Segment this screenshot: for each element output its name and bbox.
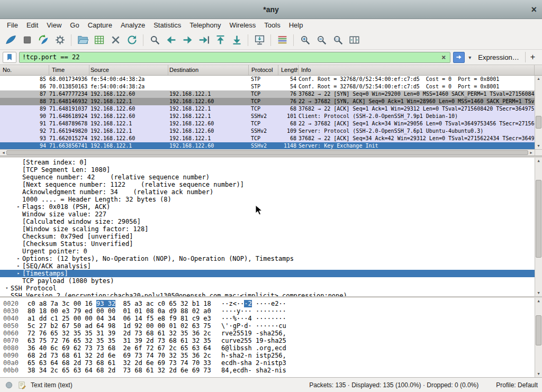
detail-line[interactable]: Urgent pointer: 0: [0, 248, 535, 255]
expand-arrow-icon[interactable]: ▸: [15, 262, 22, 270]
menu-edit[interactable]: Edit: [23, 20, 42, 30]
go-first-icon[interactable]: [213, 33, 228, 48]
scroll-thumb[interactable]: [536, 116, 541, 129]
menu-telephony[interactable]: Telephony: [186, 20, 224, 30]
column-header-time[interactable]: Time: [49, 65, 89, 75]
open-file-icon[interactable]: [75, 33, 90, 48]
menu-capture[interactable]: Capture: [84, 20, 116, 30]
filter-clear-icon[interactable]: ×: [440, 53, 447, 61]
packet-row[interactable]: 8971.648191037192.168.122.60192.168.122.…: [0, 105, 535, 113]
detail-line[interactable]: ▸[Timestamps]: [0, 270, 535, 277]
hex-row[interactable]: 0020c0 a8 7a 3c 00 16 93 32 85 a3 ac c0 …: [3, 300, 535, 307]
packet-row[interactable]: 8670.013850163fe:54:00:d4:38:2aSTP54Conf…: [0, 83, 535, 90]
column-header-no[interactable]: No.: [0, 65, 49, 75]
packet-row[interactable]: 9271.661949820192.168.122.1192.168.122.6…: [0, 127, 535, 135]
packet-row[interactable]: 9171.648789678192.168.122.1192.168.122.6…: [0, 120, 535, 127]
packet-row[interactable]: 8871.648146932192.168.122.1192.168.122.6…: [0, 98, 535, 105]
column-header-length[interactable]: Length: [278, 65, 299, 75]
reload-icon[interactable]: [124, 33, 139, 48]
packet-row[interactable]: 8771.647777234192.168.122.60192.168.122.…: [0, 90, 535, 98]
filter-bookmark-icon[interactable]: [3, 52, 16, 63]
scroll-right-icon[interactable]: ►: [529, 150, 533, 156]
menu-statistics[interactable]: Statistics: [150, 20, 185, 30]
scroll-up-icon[interactable]: ▲: [535, 76, 542, 81]
stop-capture-icon[interactable]: [20, 33, 34, 48]
hex-row[interactable]: 0040a1 dd c1 25 00 00 04 34 06 14 f5 e8 …: [3, 315, 535, 322]
menu-tools[interactable]: Tools: [260, 20, 284, 30]
filter-dropdown-caret-icon[interactable]: ▾: [467, 54, 472, 60]
detail-line[interactable]: Sequence number: 42 (relative sequence n…: [0, 174, 535, 181]
scroll-thumb[interactable]: [536, 315, 541, 345]
detail-line[interactable]: [Next sequence number: 1122 (relative se…: [0, 181, 535, 188]
hex-row[interactable]: 007063 75 72 76 65 32 35 35 31 39 2d 73 …: [3, 337, 535, 344]
start-capture-icon[interactable]: [3, 33, 18, 48]
find-packet-icon[interactable]: [147, 33, 162, 48]
filter-input[interactable]: !tcp.port == 22 ×: [19, 52, 450, 63]
hex-row[interactable]: 00b038 34 2c 65 63 64 68 2d 73 68 61 32 …: [3, 367, 535, 374]
detail-line[interactable]: SSH Version 2 (encryption:chacha20-poly1…: [0, 292, 535, 296]
scroll-thumb[interactable]: [536, 180, 541, 258]
detail-line[interactable]: [Calculated window size: 29056]: [0, 218, 535, 225]
menu-view[interactable]: View: [43, 20, 65, 30]
expand-arrow-icon[interactable]: ▸: [15, 270, 22, 277]
packet-row[interactable]: 9471.663856741192.168.122.1192.168.122.6…: [0, 142, 535, 150]
close-icon[interactable]: ×: [531, 5, 537, 14]
expression-button[interactable]: Expression…: [475, 53, 522, 61]
hex-row[interactable]: 00a065 63 64 68 2d 73 68 61 32 2d 6e 69 …: [3, 359, 535, 367]
packet-row[interactable]: 9071.648618924192.168.122.60192.168.122.…: [0, 113, 535, 120]
detail-line[interactable]: ▾SSH Protocol: [0, 285, 535, 292]
filter-apply-icon[interactable]: [453, 52, 465, 63]
restart-capture-icon[interactable]: [36, 33, 51, 48]
menu-go[interactable]: Go: [66, 20, 83, 30]
go-last-icon[interactable]: [229, 33, 244, 48]
detail-line[interactable]: Checksum: 0x79ed [unverified]: [0, 233, 535, 240]
go-to-packet-icon[interactable]: [196, 33, 211, 48]
close-file-icon[interactable]: [108, 33, 123, 48]
menu-analyze[interactable]: Analyze: [117, 20, 149, 30]
scroll-up-icon[interactable]: ▲: [535, 298, 542, 304]
packet-row[interactable]: 9371.662015274192.168.122.60192.168.122.…: [0, 135, 535, 142]
scroll-thumb[interactable]: [6, 150, 528, 155]
column-header-destination[interactable]: Destination: [168, 65, 249, 75]
hex-row[interactable]: 00505c 27 b2 67 50 ad 64 98 1d 92 00 00 …: [3, 322, 535, 330]
detail-line[interactable]: ▸[SEQ/ACK analysis]: [0, 262, 535, 270]
auto-scroll-icon[interactable]: [252, 33, 267, 48]
column-header-info[interactable]: Info: [299, 65, 535, 75]
detail-line[interactable]: Acknowledgment number: 34 (relative ack …: [0, 188, 535, 196]
status-profile[interactable]: Profile: Default: [496, 381, 538, 389]
detail-line[interactable]: TCP payload (1080 bytes): [0, 277, 535, 285]
detail-line[interactable]: [Window size scaling factor: 128]: [0, 225, 535, 233]
expand-arrow-icon[interactable]: ▾: [3, 285, 11, 292]
detail-line[interactable]: ▸Options: (12 bytes), No-Operation (NOP)…: [0, 255, 535, 262]
resize-columns-icon[interactable]: [347, 33, 362, 48]
expand-arrow-icon[interactable]: ▸: [15, 255, 22, 262]
detail-line[interactable]: [Stream index: 0]: [0, 159, 535, 166]
detail-line[interactable]: ▸Flags: 0x018 (PSH, ACK): [0, 203, 535, 211]
packet-list-hscrollbar[interactable]: ◄ ►: [0, 149, 535, 156]
go-forward-icon[interactable]: [180, 33, 195, 48]
hex-row[interactable]: 008036 40 6c 69 62 73 73 68 2e 6f 72 67 …: [3, 344, 535, 352]
bytes-vscrollbar[interactable]: ▲ ▼: [535, 298, 542, 377]
details-vscrollbar[interactable]: ▲ ▼: [535, 158, 542, 296]
hex-row[interactable]: 006072 76 65 32 35 35 31 39 2d 73 68 61 …: [3, 330, 535, 337]
title-bar[interactable]: *any ×: [0, 0, 542, 19]
capture-options-icon[interactable]: [52, 33, 67, 48]
zoom-out-icon[interactable]: [314, 33, 329, 48]
expand-arrow-icon[interactable]: ▸: [15, 203, 22, 211]
packet-list-vscrollbar[interactable]: ▲ ▼: [535, 76, 542, 149]
detail-line[interactable]: 1000 .... = Header Length: 32 bytes (8): [0, 196, 535, 203]
scroll-down-icon[interactable]: ▼: [535, 290, 542, 296]
capture-comment-icon[interactable]: [17, 380, 27, 390]
expert-info-icon[interactable]: [4, 380, 14, 390]
column-header-protocol[interactable]: Protocol: [249, 65, 278, 75]
menu-help[interactable]: Help: [285, 20, 307, 30]
detail-line[interactable]: [Checksum Status: Unverified]: [0, 240, 535, 248]
colorize-icon[interactable]: [275, 33, 290, 48]
save-file-icon[interactable]: [92, 33, 106, 48]
add-filter-button[interactable]: +: [528, 52, 539, 62]
scroll-down-icon[interactable]: ▼: [535, 143, 542, 149]
menu-file[interactable]: File: [3, 20, 22, 30]
hex-row[interactable]: 003080 18 00 e3 79 ed 00 00 01 01 08 0a …: [3, 307, 535, 315]
scroll-down-icon[interactable]: ▼: [535, 371, 542, 377]
detail-line[interactable]: [TCP Segment Len: 1080]: [0, 166, 535, 174]
